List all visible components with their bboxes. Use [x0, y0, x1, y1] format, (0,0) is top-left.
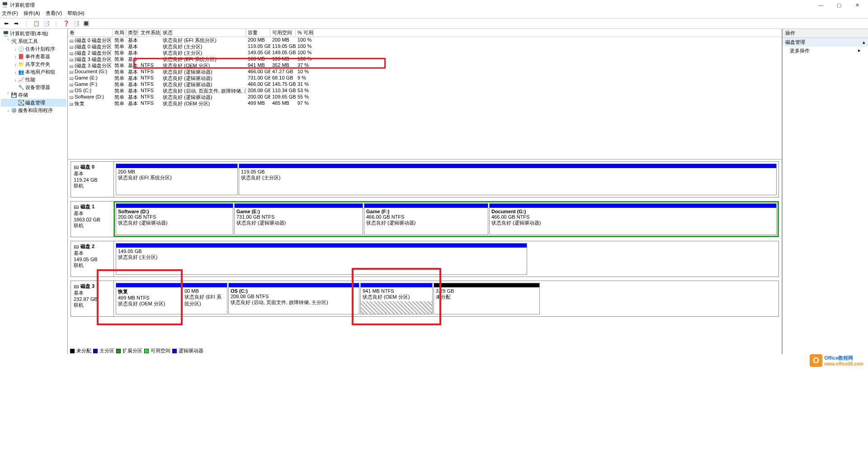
app-icon: 🖥️ [2, 2, 8, 8]
center-panel: 卷 布局 类型 文件系统 状态 容量 可用空间 % 可用 (磁盘 0 磁盘分区 … [68, 29, 782, 354]
disk3-partition-efi[interactable]: 00 MB状态良好 (EFI 系统分区) [182, 283, 227, 314]
volume-list[interactable]: (磁盘 0 磁盘分区 1)简单基本状态良好 (EFI 系统分区)200 MB20… [68, 37, 782, 159]
refresh-icon[interactable]: 📑 [71, 19, 80, 28]
menu-help[interactable]: 帮助(H) [67, 10, 84, 18]
disk0-partition-main[interactable]: 119.05 GB状态良好 (主分区) [239, 164, 777, 195]
col-capacity[interactable]: 容量 [246, 29, 270, 37]
volume-row[interactable]: Document (G:)简单基本NTFS状态良好 (逻辑驱动器)466.00 … [68, 69, 782, 75]
menu-view[interactable]: 查看(V) [46, 10, 62, 18]
col-filesystem[interactable]: 文件系统 [139, 29, 161, 37]
disk2-partition-main[interactable]: 149.05 GB状态良好 (主分区) [116, 243, 527, 275]
col-layout[interactable]: 布局 [113, 29, 126, 37]
col-free[interactable]: 可用空间 [270, 29, 296, 37]
back-icon[interactable]: ⬅ [2, 19, 11, 28]
tree-root[interactable]: 🖥️计算机管理(本地) [1, 30, 66, 37]
volume-row[interactable]: Software (D:)简单基本NTFS状态良好 (逻辑驱动器)200.00 … [68, 94, 782, 100]
disk3-partition-recovery[interactable]: 恢复499 MB NTFS状态良好 (OEM 分区) [116, 283, 181, 314]
volume-row[interactable]: Game (F:)简单基本NTFS状态良好 (逻辑驱动器)466.00 GB14… [68, 81, 782, 88]
volume-row[interactable]: (磁盘 0 磁盘分区 1)简单基本状态良好 (EFI 系统分区)200 MB20… [68, 37, 782, 43]
disk-2-info: 🖴磁盘 2 基本149.05 GB联机 [71, 241, 114, 277]
menu-file[interactable]: 文件(F) [2, 10, 18, 18]
props-icon[interactable]: 📑 [42, 19, 51, 28]
actions-more[interactable]: 更多操作▸ [783, 47, 868, 55]
disk-icon: 🖴 [74, 283, 79, 289]
help-icon[interactable]: ❓ [61, 19, 71, 28]
up-icon[interactable]: 📋 [32, 19, 41, 28]
disk1-partition-document[interactable]: Document (G:)466.00 GB NTFS状态良好 (逻辑驱动器) [489, 203, 777, 235]
disk-3[interactable]: 🖴磁盘 3 基本232.87 GB联机 恢复499 MB NTFS状态良好 (O… [71, 281, 779, 317]
tree-device-manager[interactable]: 🔧设备管理器 [1, 84, 66, 91]
col-status[interactable]: 状态 [161, 29, 246, 37]
disk-1-info: 🖴磁盘 1 基本1863.02 GB联机 [71, 202, 114, 237]
tree-scheduler[interactable]: ›🕒任务计划程序 [1, 45, 66, 53]
sep: | [22, 19, 31, 28]
close-button[interactable]: ✕ [848, 0, 866, 10]
disk3-partition-oem[interactable]: 941 MB NTFS状态良好 (OEM 分区) [360, 283, 433, 314]
tree-system-tools[interactable]: ˅🛠️系统工具 [1, 37, 66, 45]
window-title: 计算机管理 [10, 2, 812, 9]
col-type[interactable]: 类型 [126, 29, 139, 37]
volume-row[interactable]: (磁盘 3 磁盘分区 5)简单基本NTFS状态良好 (OEM 分区)941 MB… [68, 62, 782, 69]
volume-row[interactable]: 恢复简单基本NTFS状态良好 (OEM 分区)499 MB485 MB97 % [68, 100, 782, 107]
legend: 未分配 主分区 扩展分区 可用空间 逻辑驱动器 [70, 347, 203, 354]
tree-performance[interactable]: ›📈性能 [1, 76, 66, 84]
actions-section[interactable]: 磁盘管理▴ [783, 38, 868, 47]
disk3-partition-os[interactable]: OS (C:)208.08 GB NTFS状态良好 (启动, 页面文件, 故障转… [228, 283, 359, 314]
tree-local-users[interactable]: ›👥本地用户和组 [1, 68, 66, 76]
disk-icon: 🖴 [74, 244, 79, 249]
disk1-partition-game-e[interactable]: Game (E:)731.00 GB NTFS状态良好 (逻辑驱动器) [234, 203, 363, 235]
sep: | [52, 19, 61, 28]
options-icon[interactable]: 🔳 [81, 19, 90, 28]
menu-bar: 文件(F) 操作(A) 查看(V) 帮助(H) [0, 10, 868, 18]
disk1-partition-software[interactable]: Software (D:)200.00 GB NTFS状态良好 (逻辑驱动器) [116, 203, 233, 235]
chevron-right-icon: ▸ [858, 47, 861, 54]
tree-disk-management[interactable]: 💽磁盘管理 [1, 99, 66, 107]
watermark: O Office教程网 www.office26.com [810, 354, 863, 367]
actions-pane: 操作 磁盘管理▴ 更多操作▸ [782, 29, 868, 354]
actions-header: 操作 [783, 29, 868, 38]
disk-0-info: 🖴磁盘 0 基本119.24 GB联机 [71, 162, 114, 197]
tree-storage[interactable]: ˅💾存储 [1, 91, 66, 99]
volume-row[interactable]: OS (C:)简单基本NTFS状态良好 (启动, 页面文件, 故障转储, 主分区… [68, 88, 782, 94]
col-volume[interactable]: 卷 [68, 29, 113, 37]
disk-2[interactable]: 🖴磁盘 2 基本149.05 GB联机 149.05 GB状态良好 (主分区) [71, 241, 779, 277]
disk-graphical-area: 🖴磁盘 0 基本119.24 GB联机 200 MB状态良好 (EFI 系统分区… [68, 159, 782, 354]
tree-event-viewer[interactable]: ›📕事件查看器 [1, 53, 66, 61]
volume-list-header[interactable]: 卷 布局 类型 文件系统 状态 容量 可用空间 % 可用 [68, 29, 782, 37]
disk0-partition-efi[interactable]: 200 MB状态良好 (EFI 系统分区) [116, 164, 238, 195]
disk-1[interactable]: 🖴磁盘 1 基本1863.02 GB联机 Software (D:)200.00… [71, 201, 779, 237]
collapse-icon[interactable]: ▴ [863, 39, 865, 45]
title-bar: 🖥️ 计算机管理 — ▢ ✕ [0, 0, 868, 10]
minimize-button[interactable]: — [812, 0, 830, 10]
disk-0[interactable]: 🖴磁盘 0 基本119.24 GB联机 200 MB状态良好 (EFI 系统分区… [71, 161, 779, 197]
disk-icon: 🖴 [74, 204, 79, 209]
navigation-tree[interactable]: 🖥️计算机管理(本地) ˅🛠️系统工具 ›🕒任务计划程序 ›📕事件查看器 ›📁共… [0, 29, 68, 354]
volume-row[interactable]: (磁盘 2 磁盘分区 1)简单基本状态良好 (主分区)149.05 GB149.… [68, 50, 782, 56]
tree-shared-folders[interactable]: ›📁共享文件夹 [1, 61, 66, 68]
forward-icon[interactable]: ➡ [12, 19, 21, 28]
disk-icon: 🖴 [74, 164, 79, 169]
col-percent[interactable]: % 可用 [296, 29, 314, 37]
tree-services[interactable]: ›⚙️服务和应用程序 [1, 107, 66, 114]
disk3-unallocated[interactable]: 3.29 GB未分配 [434, 283, 540, 314]
disk1-partition-game-f[interactable]: Game (F:)466.00 GB NTFS状态良好 (逻辑驱动器) [364, 203, 488, 235]
volume-row[interactable]: (磁盘 0 磁盘分区 2)简单基本状态良好 (主分区)119.05 GB119.… [68, 43, 782, 50]
watermark-logo-icon: O [810, 354, 822, 367]
volume-row[interactable]: (磁盘 3 磁盘分区 2)简单基本状态良好 (EFI 系统分区)100 MB10… [68, 56, 782, 62]
maximize-button[interactable]: ▢ [830, 0, 848, 10]
volume-row[interactable]: Game (E:)简单基本NTFS状态良好 (逻辑驱动器)731.00 GB68… [68, 75, 782, 81]
tool-bar: ⬅ ➡ | 📋 📑 | ❓ 📑 🔳 [0, 18, 868, 29]
menu-action[interactable]: 操作(A) [24, 10, 40, 18]
disk-3-info: 🖴磁盘 3 基本232.87 GB联机 [71, 281, 114, 316]
